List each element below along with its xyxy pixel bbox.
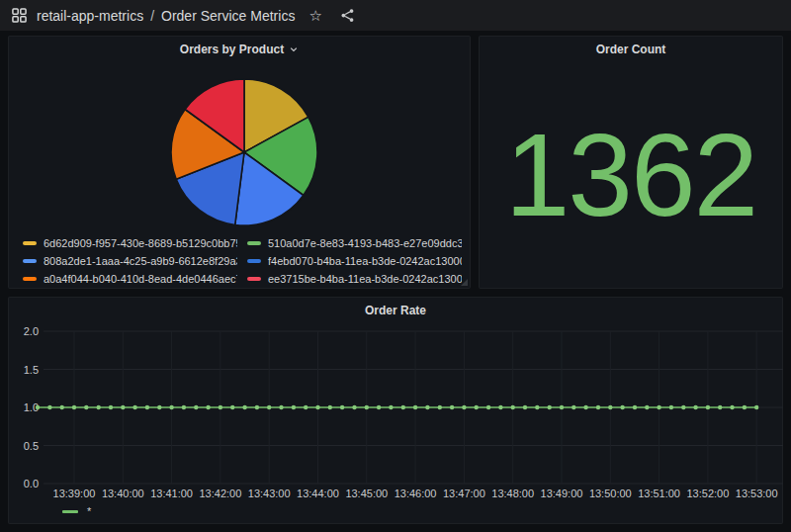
data-point[interactable] [754, 405, 758, 409]
data-point[interactable] [109, 405, 113, 409]
data-point[interactable] [413, 405, 417, 409]
data-point[interactable] [608, 405, 612, 409]
data-point[interactable] [97, 405, 101, 409]
data-point[interactable] [84, 405, 88, 409]
topbar: retail-app-metrics / Order Service Metri… [0, 0, 791, 31]
star-icon[interactable]: ☆ [308, 7, 321, 25]
data-point[interactable] [206, 405, 210, 409]
series-swatch [62, 510, 78, 513]
data-point[interactable] [230, 405, 234, 409]
legend-label: f4ebd070-b4ba-11ea-b3de-0242ac130004 [268, 255, 462, 267]
x-tick-label: 13:40:00 [102, 488, 144, 499]
data-point[interactable] [169, 405, 173, 409]
data-point[interactable] [620, 405, 624, 409]
pie-chart[interactable] [164, 72, 324, 232]
data-point[interactable] [255, 405, 259, 409]
data-point[interactable] [669, 405, 673, 409]
x-tick-label: 13:39:00 [53, 488, 96, 499]
data-point[interactable] [47, 405, 51, 409]
panel-title-order-rate[interactable]: Order Rate [9, 298, 782, 323]
data-point[interactable] [377, 405, 381, 409]
data-point[interactable] [279, 405, 283, 409]
rate-legend[interactable]: * [62, 502, 91, 520]
data-point[interactable] [706, 405, 710, 409]
series-name: * [87, 505, 91, 517]
data-point[interactable] [548, 405, 552, 409]
data-point[interactable] [194, 405, 198, 409]
legend-swatch [23, 277, 37, 281]
data-point[interactable] [389, 405, 393, 409]
y-tick-label: 1.5 [24, 364, 39, 376]
data-point[interactable] [132, 405, 136, 409]
legend-label: ee3715be-b4ba-11ea-b3de-0242ac130004 [268, 273, 462, 285]
data-point[interactable] [425, 405, 429, 409]
data-point[interactable] [693, 405, 697, 409]
legend-swatch [247, 241, 261, 245]
breadcrumb: retail-app-metrics / Order Service Metri… [37, 8, 295, 24]
data-point[interactable] [157, 405, 161, 409]
apps-grid-icon[interactable] [12, 8, 27, 23]
data-point[interactable] [633, 405, 637, 409]
data-point[interactable] [121, 405, 125, 409]
data-point[interactable] [401, 405, 405, 409]
x-tick-label: 13:45:00 [345, 488, 388, 499]
data-point[interactable] [145, 405, 149, 409]
order-rate-chart[interactable]: 2.01.51.00.50.013:39:0013:40:0013:41:001… [9, 321, 784, 501]
data-point[interactable] [681, 405, 685, 409]
x-tick-label: 13:50:00 [589, 488, 632, 499]
data-point[interactable] [36, 405, 40, 409]
y-tick-label: 0.5 [24, 440, 39, 452]
data-point[interactable] [292, 405, 296, 409]
data-point[interactable] [72, 405, 76, 409]
data-point[interactable] [645, 405, 649, 409]
data-point[interactable] [475, 405, 479, 409]
pie-legend-item[interactable]: 510a0d7e-8e83-4193-b483-e27e09ddc34d [247, 234, 462, 252]
data-point[interactable] [450, 405, 454, 409]
data-point[interactable] [657, 405, 660, 409]
data-point[interactable] [730, 405, 734, 409]
data-point[interactable] [486, 405, 490, 409]
data-point[interactable] [596, 405, 600, 409]
data-point[interactable] [340, 405, 344, 409]
legend-label: a0a4f044-b040-410d-8ead-4de0446aec7e [44, 273, 237, 285]
data-point[interactable] [511, 405, 515, 409]
data-point[interactable] [315, 405, 319, 409]
x-tick-label: 13:47:00 [443, 488, 485, 499]
panel-title-orders-by-product[interactable]: Orders by Product [9, 37, 470, 62]
data-point[interactable] [718, 405, 722, 409]
data-point[interactable] [328, 405, 332, 409]
data-point[interactable] [571, 405, 575, 409]
data-point[interactable] [523, 405, 527, 409]
breadcrumb-folder[interactable]: retail-app-metrics [37, 8, 143, 24]
data-point[interactable] [560, 405, 564, 409]
data-point[interactable] [267, 405, 271, 409]
pie-legend-item[interactable]: 6d62d909-f957-430e-8689-b5129c0bb75e [23, 234, 237, 252]
data-point[interactable] [583, 405, 587, 409]
data-point[interactable] [60, 405, 64, 409]
panel-title-order-count[interactable]: Order Count [480, 37, 782, 62]
data-point[interactable] [242, 405, 246, 409]
data-point[interactable] [182, 405, 186, 409]
data-point[interactable] [352, 405, 356, 409]
data-point[interactable] [535, 405, 539, 409]
data-point[interactable] [365, 405, 369, 409]
data-point[interactable] [438, 405, 442, 409]
x-tick-label: 13:52:00 [686, 488, 729, 499]
resize-handle[interactable] [461, 279, 468, 286]
pie-legend-item[interactable]: f4ebd070-b4ba-11ea-b3de-0242ac130004 [247, 252, 462, 270]
share-icon[interactable] [340, 8, 355, 23]
breadcrumb-dashboard[interactable]: Order Service Metrics [161, 8, 295, 24]
data-point[interactable] [462, 405, 466, 409]
pie-legend-item[interactable]: 808a2de1-1aaa-4c25-a9b9-6612e8f29a38 [23, 252, 237, 270]
panel-title-text: Order Count [596, 43, 666, 56]
data-point[interactable] [219, 405, 222, 409]
data-point[interactable] [743, 405, 747, 409]
panel-orders-by-product: Orders by Product 6d62d909-f957-430e-868… [8, 36, 471, 289]
panel-order-count: Order Count 1362 [479, 36, 783, 289]
legend-swatch [247, 277, 261, 281]
x-tick-label: 13:42:00 [199, 488, 241, 499]
pie-legend-item[interactable]: a0a4f044-b040-410d-8ead-4de0446aec7e [23, 270, 237, 288]
data-point[interactable] [304, 405, 308, 409]
pie-legend-item[interactable]: ee3715be-b4ba-11ea-b3de-0242ac130004 [247, 270, 462, 288]
data-point[interactable] [498, 405, 502, 409]
